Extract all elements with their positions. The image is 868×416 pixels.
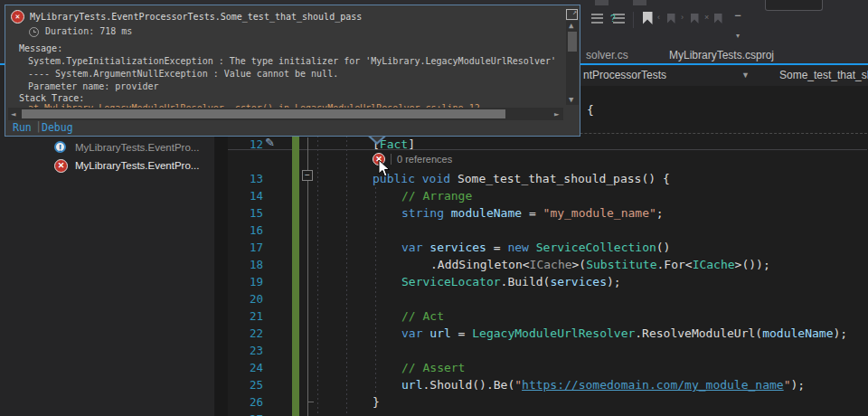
bookmark-prev-icon[interactable]: ‹: [662, 12, 680, 28]
line-number: 22: [231, 325, 263, 342]
clipped-combobox[interactable]: [765, 0, 823, 11]
scroll-up-icon[interactable]: ▲: [569, 19, 573, 32]
codelens-separator: [391, 154, 392, 165]
toolbar-overflow-chevron[interactable]: ▔▾: [729, 12, 747, 28]
bookmark-next-icon[interactable]: ›: [685, 12, 703, 28]
tooltip-vertical-scrollbar[interactable]: ▲ ▼: [566, 21, 579, 105]
tooltip-horizontal-scrollbar[interactable]: ◄ ►: [8, 108, 563, 120]
code-line: }: [373, 393, 380, 411]
codelens-references[interactable]: 0 references: [397, 154, 452, 165]
scroll-down-icon[interactable]: ▼: [569, 93, 573, 106]
clipped-toolbar-icon[interactable]: [595, 0, 609, 5]
clock-icon: [29, 27, 39, 37]
code-line: var url = LegacyModuleUrlResolver.Resolv…: [401, 325, 847, 342]
tab-mylibrarytests-csproj[interactable]: MyLibraryTests.csproj: [669, 47, 774, 63]
run-link[interactable]: Run: [13, 121, 32, 134]
chevron-down-icon[interactable]: ▼: [741, 65, 750, 86]
code-line: .AddSingleton<ICache>(Substitute.For<ICa…: [430, 256, 770, 273]
line-number: 13: [231, 170, 263, 187]
question-lines-icon[interactable]: ?: [609, 12, 627, 28]
line-number: 23: [231, 342, 263, 359]
code-line: url.Should().Be("https://somedomain.com/…: [401, 376, 805, 393]
debug-link[interactable]: Debug: [42, 121, 73, 134]
scrollbar-thumb[interactable]: [22, 109, 505, 118]
indent-guide: [317, 136, 318, 416]
line-number: 20: [231, 290, 263, 307]
scroll-right-icon[interactable]: ►: [554, 108, 559, 120]
breadcrumb-type-dropdown[interactable]: ntProcessorTests: [583, 65, 666, 86]
tooltip-stack-label: Stack Trace:: [19, 93, 84, 103]
code-line: {: [587, 101, 594, 118]
tab-resolver-cs[interactable]: solver.cs: [586, 47, 628, 63]
indent-lines-icon[interactable]: [588, 12, 606, 28]
line-number: 26: [231, 393, 263, 411]
line-number: 17: [231, 239, 263, 256]
line-number: 25: [231, 376, 263, 393]
code-line: public void Some_test_that_should_pass()…: [373, 170, 670, 187]
code-line: // Act: [401, 307, 444, 325]
toolbar-separator: [633, 12, 634, 28]
tooltip-exception-line: System.TypeInitializationException : The…: [28, 56, 561, 66]
line-number: 27: [231, 411, 263, 416]
test-item-skipped[interactable]: ! MyLibraryTests.EventPro...: [54, 140, 208, 157]
test-item-label: MyLibraryTests.EventPro...: [75, 158, 199, 174]
fold-collapse-button[interactable]: −: [302, 170, 313, 181]
code-line: ServiceLocator.Build(services);: [401, 273, 621, 290]
test-skipped-icon: !: [54, 141, 66, 153]
line-number: 19: [231, 273, 263, 290]
bookmark-clear-icon[interactable]: ×: [709, 12, 727, 28]
bookmark-icon[interactable]: [638, 12, 656, 28]
tooltip-duration: Duration: 718 ms: [45, 26, 132, 36]
mouse-cursor: [378, 159, 391, 178]
line-number: 24: [231, 359, 263, 376]
indent-guide: [346, 136, 347, 416]
vs-ide-window: ? ‹ › × ▔▾ solver.cs MyLibraryTests.cspr…: [0, 0, 868, 416]
test-item-failed[interactable]: ✕ MyLibraryTests.EventPro...: [54, 158, 208, 175]
test-failed-icon: ✕: [54, 159, 68, 173]
test-item-label: MyLibraryTests.EventPro...: [75, 140, 199, 156]
change-tracking-bar: [292, 136, 299, 416]
tooltip-test-name: MyLibraryTests.EventProcessorTests.Some_…: [30, 12, 362, 22]
edit-pencil-icon: ✎: [265, 136, 275, 149]
test-failed-icon: ✕: [11, 10, 24, 24]
code-line: // Assert: [401, 359, 465, 376]
line-number: 12: [231, 136, 263, 153]
fold-end-tick: [307, 402, 314, 402]
line-number: 16: [231, 222, 263, 239]
line-number: 18: [231, 256, 263, 273]
code-line: string moduleName = "my_module_name";: [401, 204, 664, 222]
scrollbar-thumb[interactable]: [568, 32, 577, 52]
scroll-left-icon[interactable]: ◄: [11, 108, 15, 120]
tooltip-param-name: Parameter name: provider: [28, 81, 159, 91]
code-line: // Arrange: [401, 187, 472, 204]
line-number: 21: [231, 307, 263, 325]
line-number: 14: [231, 187, 263, 204]
code-line: var services = new ServiceCollection(): [401, 239, 670, 256]
tooltip-message-label: Message:: [19, 43, 62, 53]
tooltip-inner-exception: ---- System.ArgumentNullException : Valu…: [28, 69, 338, 79]
line-number: 15: [231, 204, 263, 222]
indent-guide: [375, 187, 376, 393]
clipped-toolbar-icon[interactable]: [633, 0, 646, 5]
test-result-tooltip: ✕ MyLibraryTests.EventProcessorTests.Som…: [5, 5, 580, 137]
breadcrumb-member-dropdown[interactable]: Some_test_that_should: [779, 65, 868, 86]
